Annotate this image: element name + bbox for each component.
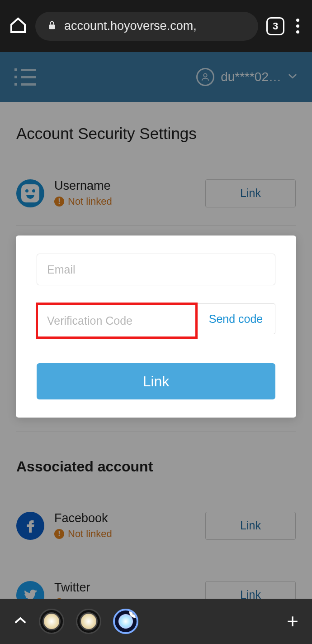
setting-label: Twitter: [54, 581, 112, 595]
verification-code-input[interactable]: [37, 303, 197, 338]
warning-icon: !: [54, 197, 64, 207]
setting-twitter: Twitter ! Not linked Link: [16, 558, 296, 599]
app-bubble-1[interactable]: [39, 609, 64, 634]
add-button[interactable]: +: [287, 610, 298, 633]
link-button[interactable]: Link: [205, 581, 296, 599]
warning-icon: !: [54, 529, 64, 539]
chevron-down-icon: [288, 73, 298, 81]
setting-facebook: Facebook ! Not linked Link: [16, 507, 296, 558]
app-bubble-2[interactable]: [76, 609, 101, 634]
site-header: du****02…: [0, 52, 312, 102]
twitter-icon: [16, 581, 44, 599]
svg-rect-0: [49, 24, 55, 29]
link-button[interactable]: Link: [205, 179, 296, 207]
address-bar[interactable]: account.hoyoverse.com,: [35, 12, 258, 41]
tabs-count-button[interactable]: 3: [266, 17, 284, 35]
svg-point-1: [203, 74, 207, 77]
app-bubble-3[interactable]: ✕: [113, 609, 138, 634]
lock-icon: [47, 19, 57, 33]
tabs-count: 3: [273, 20, 278, 32]
user-face-icon: [16, 179, 44, 207]
user-menu[interactable]: du****02…: [196, 68, 298, 86]
setting-username: Username ! Not linked Link: [16, 174, 296, 226]
link-button[interactable]: Link: [205, 512, 296, 540]
browser-menu-icon[interactable]: [293, 19, 303, 34]
section-title: Associated account: [16, 458, 296, 475]
chevron-up-icon[interactable]: [14, 616, 27, 627]
setting-label: Facebook: [54, 511, 112, 525]
menu-icon[interactable]: [14, 68, 36, 86]
facebook-icon: [16, 512, 44, 540]
setting-label: Username: [54, 179, 112, 193]
modal-link-button[interactable]: Link: [37, 363, 275, 399]
status-not-linked: ! Not linked: [54, 528, 112, 540]
url-text: account.hoyoverse.com,: [64, 19, 197, 33]
email-input[interactable]: [37, 254, 275, 285]
page-title: Account Security Settings: [16, 125, 296, 143]
status-not-linked: ! Not linked: [54, 196, 112, 207]
browser-top-bar: account.hoyoverse.com, 3: [0, 0, 312, 52]
link-modal: Send code Link: [16, 235, 296, 418]
send-code-button[interactable]: Send code: [196, 303, 275, 334]
header-username: du****02…: [221, 70, 281, 84]
avatar-icon: [196, 68, 214, 86]
bottom-app-bar: ✕ +: [0, 599, 312, 644]
home-icon[interactable]: [9, 16, 27, 36]
